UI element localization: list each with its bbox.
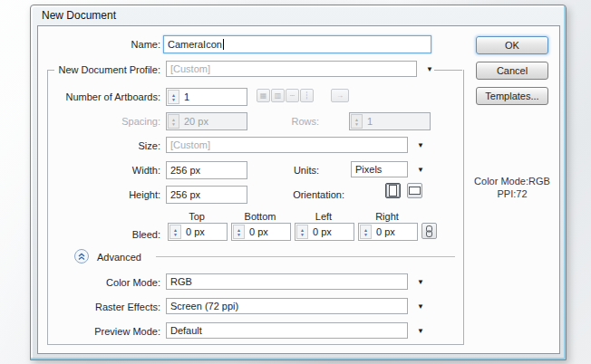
raster-effects-label: Raster Effects: bbox=[38, 301, 160, 313]
dropdown-arrow-icon: ▼ bbox=[417, 278, 424, 286]
advanced-toggle-button[interactable] bbox=[74, 249, 89, 263]
units-value: Pixels bbox=[355, 164, 382, 175]
profile-select[interactable]: [Custom] ▼ bbox=[166, 61, 437, 77]
artboards-stepper[interactable]: ▲▼ 1 bbox=[166, 88, 247, 106]
units-label: Units: bbox=[247, 164, 319, 177]
spacing-value: 20 px bbox=[180, 116, 208, 127]
advanced-divider bbox=[156, 256, 455, 257]
portrait-icon bbox=[389, 185, 397, 196]
spinner-up-icon[interactable]: ▲ bbox=[300, 228, 305, 232]
name-input[interactable]: CameraIcon bbox=[163, 35, 431, 53]
spinner-up-icon[interactable]: ▲ bbox=[171, 93, 176, 97]
spinner-down-icon[interactable]: ▼ bbox=[300, 233, 305, 236]
collapse-chevrons-icon bbox=[77, 253, 86, 261]
size-select[interactable]: [Custom] ▼ bbox=[166, 137, 428, 153]
orientation-landscape-button[interactable] bbox=[407, 183, 422, 198]
bleed-bottom-stepper[interactable]: ▲▼ 0 px bbox=[231, 223, 291, 241]
color-mode-label: Color Mode: bbox=[38, 276, 160, 289]
bleed-top-spinner[interactable]: ▲▼ bbox=[170, 225, 181, 239]
size-label: Size: bbox=[38, 139, 160, 152]
bleed-label: Bleed: bbox=[38, 228, 160, 241]
bleed-left-value: 0 px bbox=[309, 226, 332, 237]
spinner-up-icon[interactable]: ▲ bbox=[354, 118, 359, 121]
spacing-stepper[interactable]: ▲▼ 20 px bbox=[166, 112, 247, 130]
spacing-label: Spacing: bbox=[38, 115, 160, 128]
spinner-up-icon[interactable]: ▲ bbox=[171, 118, 176, 121]
bleed-bottom-value: 0 px bbox=[246, 226, 268, 237]
spinner-up-icon[interactable]: ▲ bbox=[363, 228, 368, 232]
cancel-button[interactable]: Cancel bbox=[476, 62, 548, 80]
ok-button[interactable]: OK bbox=[476, 36, 548, 54]
bleed-left-stepper[interactable]: ▲▼ 0 px bbox=[295, 223, 354, 241]
dropdown-arrow-icon: ▼ bbox=[426, 65, 433, 73]
artboards-value: 1 bbox=[180, 91, 189, 102]
spinner-up-icon[interactable]: ▲ bbox=[173, 228, 178, 232]
bleed-right-value: 0 px bbox=[373, 226, 395, 237]
arrange-by-row-button[interactable]: ┄ bbox=[286, 89, 299, 102]
raster-effects-value: Screen (72 ppi) bbox=[170, 301, 238, 311]
rows-stepper[interactable]: ▲▼ 1 bbox=[349, 112, 431, 130]
summary-ppi: PPI:72 bbox=[453, 188, 571, 199]
bleed-left-caption: Left bbox=[295, 211, 353, 223]
width-label: Width: bbox=[38, 164, 160, 177]
size-value: [Custom] bbox=[170, 139, 210, 150]
link-bleed-values-button[interactable] bbox=[421, 223, 437, 239]
bleed-top-value: 0 px bbox=[182, 226, 205, 237]
bleed-right-caption: Right bbox=[358, 211, 416, 223]
grid-by-column-button[interactable]: ▥ bbox=[271, 89, 285, 102]
spacing-spinner[interactable]: ▲▼ bbox=[168, 114, 179, 129]
grid-by-column-icon: ▥ bbox=[275, 92, 282, 100]
preview-mode-select[interactable]: Default ▼ bbox=[166, 322, 428, 339]
spinner-down-icon[interactable]: ▼ bbox=[237, 233, 241, 236]
dialog-title: New Document bbox=[42, 9, 116, 22]
dropdown-arrow-icon: ▼ bbox=[417, 141, 424, 149]
spinner-down-icon[interactable]: ▼ bbox=[173, 233, 178, 236]
bleed-right-spinner[interactable]: ▲▼ bbox=[360, 225, 372, 239]
rows-value: 1 bbox=[363, 116, 373, 127]
artboards-spinner[interactable]: ▲▼ bbox=[168, 90, 179, 104]
landscape-icon bbox=[409, 187, 421, 195]
change-layout-direction-button[interactable]: → bbox=[331, 89, 349, 102]
orientation-label: Orientation: bbox=[247, 188, 344, 201]
dialog-titlebar[interactable]: New Document bbox=[31, 5, 566, 25]
profile-label: New Document Profile: bbox=[38, 63, 160, 76]
arrange-by-column-button[interactable]: ┆ bbox=[300, 89, 314, 102]
advanced-label: Advanced bbox=[97, 251, 160, 263]
spinner-down-icon[interactable]: ▼ bbox=[171, 122, 176, 126]
bleed-right-stepper[interactable]: ▲▼ 0 px bbox=[358, 223, 418, 241]
spinner-down-icon[interactable]: ▼ bbox=[354, 122, 359, 126]
dialog-content: Name: CameraIcon New Document Profile: [… bbox=[37, 25, 560, 354]
bleed-left-spinner[interactable]: ▲▼ bbox=[296, 225, 308, 239]
dropdown-arrow-icon: ▼ bbox=[417, 327, 424, 335]
right-arrow-icon: → bbox=[336, 92, 344, 100]
width-input[interactable]: 256 px bbox=[166, 161, 247, 179]
bleed-bottom-spinner[interactable]: ▲▼ bbox=[233, 225, 245, 239]
templates-button[interactable]: Templates... bbox=[476, 87, 548, 105]
height-value: 256 px bbox=[167, 189, 200, 200]
rows-label: Rows: bbox=[247, 115, 319, 128]
preview-mode-value: Default bbox=[170, 325, 202, 336]
screen-background: New Document Name: CameraIcon New Docume… bbox=[0, 0, 591, 364]
name-label: Name: bbox=[38, 38, 160, 51]
dropdown-arrow-icon: ▼ bbox=[417, 302, 424, 311]
color-mode-select[interactable]: RGB ▼ bbox=[166, 273, 428, 290]
raster-effects-select[interactable]: Screen (72 ppi) ▼ bbox=[166, 298, 428, 314]
height-input[interactable]: 256 px bbox=[166, 186, 247, 204]
rows-spinner[interactable]: ▲▼ bbox=[351, 114, 363, 129]
spinner-down-icon[interactable]: ▼ bbox=[171, 98, 176, 101]
artboards-label: Number of Artboards: bbox=[38, 91, 160, 103]
height-label: Height: bbox=[38, 188, 160, 201]
width-value: 256 px bbox=[167, 165, 200, 176]
bleed-top-stepper[interactable]: ▲▼ 0 px bbox=[168, 223, 228, 241]
name-value: CameraIcon bbox=[164, 39, 222, 50]
profile-group-frame-segment bbox=[434, 70, 462, 71]
spinner-up-icon[interactable]: ▲ bbox=[237, 228, 241, 232]
units-select[interactable]: Pixels ▼ bbox=[351, 161, 428, 177]
bleed-bottom-caption: Bottom bbox=[231, 211, 289, 223]
preview-mode-label: Preview Mode: bbox=[38, 325, 160, 338]
color-mode-value: RGB bbox=[170, 276, 192, 287]
spinner-down-icon[interactable]: ▼ bbox=[363, 233, 368, 236]
dropdown-arrow-icon: ▼ bbox=[417, 166, 424, 174]
grid-by-row-button[interactable]: ▦ bbox=[257, 89, 270, 102]
orientation-portrait-button[interactable] bbox=[385, 183, 401, 198]
